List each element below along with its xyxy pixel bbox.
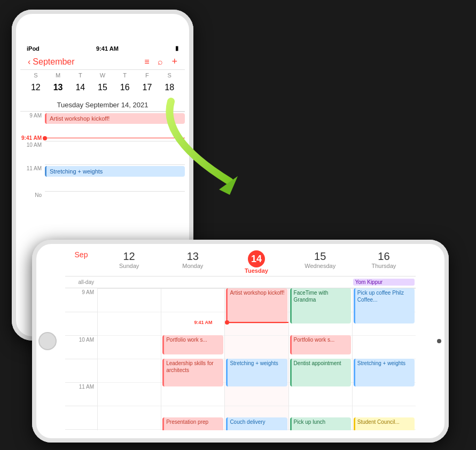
event-dentist[interactable]: Dentist appointment bbox=[290, 359, 351, 386]
time-row-noon: No­ bbox=[20, 191, 185, 215]
day-12[interactable]: 12 bbox=[25, 80, 47, 96]
status-bar-portrait: iPod 9:41 AM ▮ bbox=[20, 43, 185, 54]
event-facetime-grandma[interactable]: FaceTime with Grandma bbox=[290, 288, 351, 323]
event-pickup-coffee[interactable]: Pick up coffee Philz Coffee... bbox=[354, 288, 415, 323]
day-name-w: W bbox=[91, 72, 114, 78]
week-col-sunday-body bbox=[97, 288, 161, 430]
month-title: September bbox=[33, 57, 74, 67]
day-names-row: S M T W T F S bbox=[20, 72, 185, 78]
cti-label: 9:41 AM bbox=[194, 320, 212, 325]
event-pickup-lunch[interactable]: Pick up lunch bbox=[290, 417, 351, 430]
rear-camera bbox=[437, 339, 441, 343]
header-icons: ≡ ⌕ + bbox=[144, 56, 177, 67]
svg-marker-0 bbox=[219, 176, 238, 195]
day-picker: S M T W T F S 12 13 14 15 16 17 bbox=[20, 70, 185, 99]
carrier-label: iPod bbox=[27, 45, 40, 52]
today-circle: 14 bbox=[69, 80, 91, 96]
event-wed-portfolio[interactable]: Portfolio work s... bbox=[290, 335, 351, 354]
event-tue-artist-workshop[interactable]: Artist workshop kickoff! bbox=[226, 288, 287, 323]
allday-sun bbox=[97, 282, 161, 283]
week-header: Sep 12 Sunday 13 Monday 14 Tuesday 15 We… bbox=[65, 248, 416, 277]
day-name-f: F bbox=[136, 72, 159, 78]
day-name-s2: S bbox=[158, 72, 181, 78]
event-tue-stretching[interactable]: Stretching + weights bbox=[226, 359, 287, 386]
event-artist-workshop[interactable]: Artist workshop kickoff! bbox=[45, 113, 185, 124]
week-col-monday-body: Portfolio work s... Leadership skills fo… bbox=[161, 288, 224, 430]
week-col-mon[interactable]: 13 Monday bbox=[161, 248, 224, 276]
current-time-dot bbox=[43, 136, 47, 140]
home-button-landscape[interactable] bbox=[38, 332, 57, 350]
add-icon[interactable]: + bbox=[171, 56, 177, 67]
event-thu-stretching[interactable]: Stretching + weights bbox=[354, 359, 415, 386]
allday-thu: Yom Kippur bbox=[352, 278, 416, 286]
event-leadership-skills[interactable]: Leadership skills for architects bbox=[162, 359, 223, 386]
week-time-column: 9 AM 10 AM 11 AM Noon 1 PM bbox=[65, 288, 97, 430]
day-name-m: M bbox=[47, 72, 69, 78]
time-label: 9:41 AM bbox=[96, 45, 119, 52]
current-time-row: 9:41 AM bbox=[20, 135, 185, 141]
event-stretching[interactable]: Stretching + weights bbox=[45, 166, 185, 177]
week-col-tue-today[interactable]: 14 Tuesday bbox=[224, 248, 288, 276]
day-name-s1: S bbox=[25, 72, 47, 78]
back-button[interactable]: ‹ September bbox=[28, 57, 75, 67]
week-col-thu[interactable]: 16 Thursday bbox=[352, 248, 416, 276]
week-col-thursday-body: Pick up coffee Philz Coffee... Stretchin… bbox=[352, 288, 416, 430]
event-couch-delivery[interactable]: Couch delivery bbox=[226, 417, 287, 430]
day-name-t1: T bbox=[69, 72, 91, 78]
day-name-t2: T bbox=[114, 72, 136, 78]
day-16[interactable]: 16 bbox=[114, 80, 136, 96]
allday-mon bbox=[161, 282, 224, 283]
week-col-wednesday-body: FaceTime with Grandma Portfolio work s..… bbox=[288, 288, 352, 430]
ipod-landscape-device: Sep 12 Sunday 13 Monday 14 Tuesday 15 We… bbox=[32, 240, 449, 443]
search-icon[interactable]: ⌕ bbox=[158, 57, 163, 67]
yom-kippur-event[interactable]: Yom Kippur bbox=[353, 279, 415, 286]
week-col-wed[interactable]: 15 Wednesday bbox=[288, 248, 352, 276]
back-chevron: ‹ bbox=[28, 57, 30, 67]
event-student-council[interactable]: Student Council... bbox=[354, 417, 415, 430]
current-time-indicator: 9:41 AM bbox=[225, 320, 288, 325]
battery-icon: ▮ bbox=[175, 45, 178, 52]
day-numbers-row: 12 13 14 15 16 17 18 bbox=[20, 78, 185, 97]
day-18[interactable]: 18 bbox=[158, 80, 181, 96]
calendar-header: ‹ September ≡ ⌕ + bbox=[20, 54, 185, 70]
week-col-sun[interactable]: 12 Sunday bbox=[97, 248, 161, 276]
landscape-screen: Sep 12 Sunday 13 Monday 14 Tuesday 15 We… bbox=[65, 248, 416, 434]
time-row-9am: 9 AM Artist workshop kickoff! bbox=[20, 112, 185, 135]
selected-date-label: Tuesday September 14, 2021 bbox=[20, 99, 185, 112]
day-17[interactable]: 17 bbox=[136, 80, 159, 96]
week-col-tuesday-body: Artist workshop kickoff! 9:41 AM Stretch… bbox=[224, 288, 288, 430]
day-14-today[interactable]: 14 bbox=[69, 80, 91, 96]
day-15[interactable]: 15 bbox=[91, 80, 114, 96]
allday-wed bbox=[288, 282, 352, 283]
time-row-11am: 11 AM Stretching + weights bbox=[20, 164, 185, 191]
week-body[interactable]: 9 AM 10 AM 11 AM Noon 1 PM bbox=[65, 288, 416, 430]
list-icon[interactable]: ≡ bbox=[144, 57, 149, 67]
week-day-columns: Portfolio work s... Leadership skills fo… bbox=[97, 288, 416, 430]
event-mon-portfolio[interactable]: Portfolio work s... bbox=[162, 335, 223, 354]
allday-row: all-day Yom Kippur bbox=[65, 277, 416, 288]
time-row-10am: 10 AM bbox=[20, 141, 185, 164]
allday-tue bbox=[224, 282, 288, 283]
week-sep-label: Sep bbox=[65, 248, 97, 276]
event-presentation-prep[interactable]: Presentation prep bbox=[162, 417, 223, 430]
cti-dot bbox=[225, 320, 229, 325]
allday-label: all-day bbox=[65, 279, 97, 285]
day-13[interactable]: 13 bbox=[47, 80, 69, 96]
cti-line bbox=[229, 322, 288, 323]
